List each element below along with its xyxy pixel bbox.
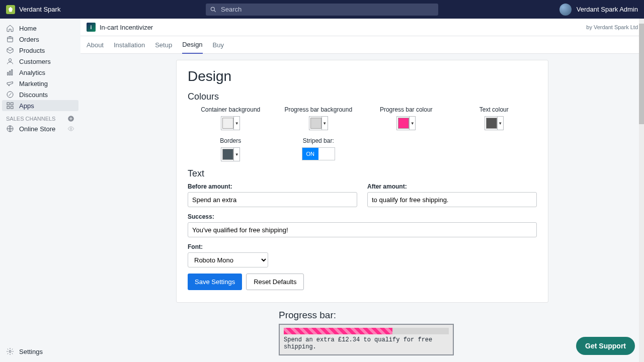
svg-rect-5	[10, 71, 11, 75]
tab-design[interactable]: Design	[182, 36, 202, 54]
chevron-down-icon: ▼	[233, 148, 239, 161]
sidebar-item-label: Analytics	[19, 69, 45, 76]
sidebar-item-apps[interactable]: Apps	[2, 100, 78, 111]
svg-point-15	[9, 350, 11, 352]
svg-rect-9	[11, 103, 13, 105]
sidebar-item-online-store[interactable]: Online Store	[0, 123, 80, 134]
progress-bar-preview: Spend an extra £12.34 to qualify for fre…	[279, 324, 454, 355]
svg-rect-4	[8, 72, 9, 75]
user-menu[interactable]: Verdant Spark Admin	[559, 4, 638, 16]
get-support-button[interactable]: Get Support	[576, 337, 635, 355]
sidebar-item-settings[interactable]: Settings	[0, 346, 80, 357]
color-label: Borders	[188, 137, 274, 144]
before-label: Before amount:	[188, 183, 357, 190]
app-title: In-cart Incentivizer	[100, 24, 153, 31]
svg-point-14	[70, 128, 72, 130]
sidebar-item-customers[interactable]: Customers	[0, 56, 80, 67]
borders-color-picker[interactable]: ▼	[221, 147, 240, 161]
add-channel-icon[interactable]	[67, 115, 74, 122]
chevron-down-icon: ▼	[233, 117, 239, 130]
tab-about[interactable]: About	[87, 37, 104, 53]
view-icon[interactable]	[67, 125, 74, 132]
sidebar-item-orders[interactable]: Orders	[0, 34, 80, 45]
success-label: Success:	[188, 213, 537, 220]
store-icon	[6, 125, 14, 133]
sidebar-item-label: Settings	[19, 348, 43, 355]
sidebar: Home Orders Products Customers Analytics…	[0, 19, 80, 362]
orders-icon	[6, 35, 14, 43]
gear-icon	[6, 347, 14, 355]
font-label: Font:	[188, 243, 268, 250]
after-label: After amount:	[367, 183, 537, 190]
sidebar-item-label: Online Store	[19, 125, 55, 133]
svg-rect-10	[7, 106, 10, 109]
customers-icon	[6, 57, 14, 65]
striped-toggle[interactable]: ON	[302, 147, 335, 160]
progress-bg-picker[interactable]: ▼	[309, 116, 328, 130]
reset-button[interactable]: Reset Defaults	[246, 274, 304, 290]
after-input[interactable]	[367, 192, 537, 207]
content[interactable]: Design Colours Container background ▼ Pr…	[80, 54, 644, 362]
sidebar-item-label: Products	[19, 47, 45, 54]
color-label: Text colour	[451, 106, 537, 113]
striped-label: Striped bar:	[276, 137, 362, 144]
sidebar-item-label: Marketing	[19, 80, 48, 87]
sidebar-item-discounts[interactable]: Discounts	[0, 89, 80, 100]
sidebar-item-marketing[interactable]: Marketing	[0, 78, 80, 89]
svg-point-0	[211, 7, 214, 11]
app-header: i In-cart Incentivizer by Verdant Spark …	[80, 19, 644, 36]
apps-icon	[6, 102, 14, 110]
page-title: Design	[188, 68, 537, 84]
brand: Verdant Spark	[6, 5, 60, 14]
before-input[interactable]	[188, 192, 357, 207]
design-card: Design Colours Container background ▼ Pr…	[176, 60, 548, 303]
main: i In-cart Incentivizer by Verdant Spark …	[80, 19, 644, 362]
colours-head: Colours	[188, 92, 537, 102]
tabs: About Installation Setup Design Buy	[80, 36, 644, 54]
sidebar-item-products[interactable]: Products	[0, 45, 80, 56]
discounts-icon	[6, 90, 14, 99]
marketing-icon	[6, 79, 14, 87]
sidebar-item-home[interactable]: Home	[0, 23, 80, 34]
svg-line-1	[214, 10, 216, 12]
sidebar-channels-head: SALES CHANNELS	[0, 111, 80, 123]
tab-buy[interactable]: Buy	[213, 37, 224, 53]
search-icon	[210, 6, 217, 13]
sidebar-item-label: Customers	[19, 58, 51, 65]
preview-section: Progress bar: Spend an extra £12.34 to q…	[176, 310, 548, 362]
color-label: Container background	[188, 106, 274, 113]
products-icon	[6, 46, 14, 54]
top-bar: Verdant Spark Search Verdant Spark Admin	[0, 0, 644, 19]
font-select[interactable]: Roboto Mono	[188, 252, 268, 267]
progress-color-picker[interactable]: ▼	[396, 116, 416, 130]
sidebar-item-label: Home	[19, 25, 37, 32]
svg-rect-8	[7, 103, 10, 105]
shopify-logo-icon	[6, 5, 15, 14]
tab-setup[interactable]: Setup	[155, 37, 172, 53]
scrollbar[interactable]	[639, 19, 644, 362]
sidebar-item-label: Orders	[19, 36, 39, 43]
svg-point-3	[9, 59, 11, 61]
avatar	[559, 4, 572, 16]
chevron-down-icon: ▼	[497, 117, 503, 130]
save-button[interactable]: Save Settings	[188, 274, 242, 290]
progress-bar-head: Progress bar:	[279, 310, 537, 321]
search-input[interactable]: Search	[206, 4, 438, 16]
chevron-down-icon: ▼	[409, 117, 415, 130]
success-input[interactable]	[188, 222, 537, 237]
home-icon	[6, 24, 14, 32]
app-author: by Verdant Spark Ltd	[586, 24, 638, 30]
app-icon: i	[87, 23, 96, 32]
container-bg-picker[interactable]: ▼	[221, 116, 240, 130]
color-label: Progress bar background	[276, 106, 362, 113]
chevron-down-icon: ▼	[321, 117, 328, 130]
text-color-picker[interactable]: ▼	[485, 116, 504, 130]
sidebar-item-label: Apps	[19, 102, 34, 110]
svg-rect-11	[11, 106, 13, 109]
sidebar-item-analytics[interactable]: Analytics	[0, 67, 80, 78]
color-label: Progress bar colour	[363, 106, 449, 113]
text-head: Text	[188, 168, 537, 179]
svg-rect-6	[12, 70, 13, 75]
user-name: Verdant Spark Admin	[577, 6, 638, 13]
tab-installation[interactable]: Installation	[114, 37, 145, 53]
